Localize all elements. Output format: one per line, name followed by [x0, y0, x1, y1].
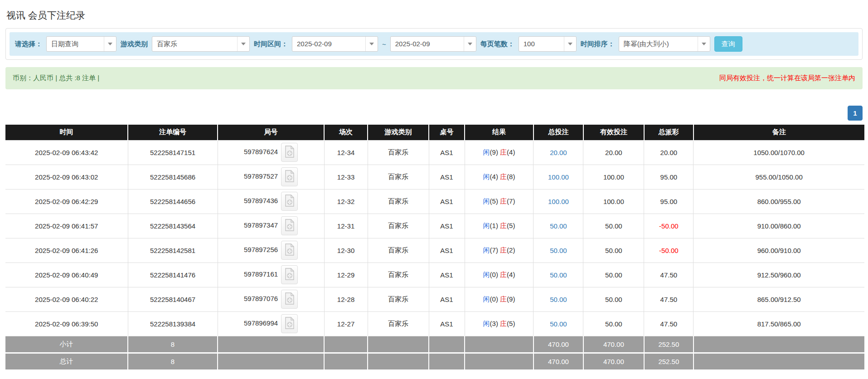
- video-file-icon: [285, 292, 295, 306]
- pagination: 1: [5, 106, 863, 121]
- cell-bet-id: 522258142581: [128, 238, 218, 262]
- bet-records-table: 时间 注单编号 局号 场次 游戏类别 桌号 结果 总投注 有效投注 总派彩 备注…: [5, 125, 864, 369]
- subtotal-valid-bet: 470.00: [583, 336, 644, 353]
- cell-game-type: 百家乐: [368, 165, 429, 189]
- query-type-dropdown[interactable]: 日期查询: [46, 36, 116, 52]
- subtotal-total-bet: 470.00: [533, 336, 583, 353]
- cell-total-bet: 50.00: [533, 214, 583, 238]
- video-replay-button[interactable]: [281, 314, 298, 333]
- cell-remark: 912.50/960.00: [693, 262, 864, 287]
- cell-total-bet: 50.00: [533, 311, 583, 336]
- total-bet-link[interactable]: 100.00: [548, 173, 569, 181]
- grand-total-row: 总计 8 470.00 470.00 252.50: [5, 353, 864, 369]
- select-type-label: 请选择：: [15, 40, 42, 49]
- cell-time: 2025-02-09 06:40:49: [5, 262, 128, 287]
- result-player: 闲: [483, 148, 490, 156]
- time-sort-label: 时间排序：: [581, 40, 615, 49]
- cell-round-id: 597897624: [218, 140, 324, 165]
- grand-total-payout: 252.50: [644, 353, 693, 369]
- header-bet-id: 注单编号: [128, 125, 218, 140]
- total-bet-link[interactable]: 100.00: [548, 198, 569, 205]
- video-file-icon: [285, 170, 295, 184]
- cell-session: 12-27: [324, 311, 368, 336]
- game-type-dropdown[interactable]: 百家乐: [152, 36, 250, 52]
- date-from-value: 2025-02-09: [292, 37, 365, 51]
- cell-game-type: 百家乐: [368, 287, 429, 311]
- cell-payout: 47.50: [644, 311, 693, 336]
- cell-result: 闲(3) 庄(5): [465, 311, 533, 336]
- video-replay-button[interactable]: [281, 143, 298, 162]
- cell-time: 2025-02-09 06:42:29: [5, 189, 128, 214]
- header-payout: 总派彩: [644, 125, 693, 140]
- game-type-value: 百家乐: [152, 37, 237, 51]
- cell-valid-bet: 50.00: [583, 287, 644, 311]
- date-from-picker[interactable]: 2025-02-09: [292, 36, 378, 52]
- cell-time: 2025-02-09 06:41:26: [5, 238, 128, 262]
- video-replay-button[interactable]: [281, 265, 298, 284]
- result-banker: 庄: [500, 197, 507, 205]
- cell-table-number: AS1: [429, 287, 465, 311]
- cell-valid-bet: 20.00: [583, 140, 644, 165]
- cell-session: 12-31: [324, 214, 368, 238]
- cell-valid-bet: 50.00: [583, 262, 644, 287]
- cell-payout: 95.00: [644, 165, 693, 189]
- cell-time: 2025-02-09 06:40:22: [5, 287, 128, 311]
- total-bet-link[interactable]: 50.00: [550, 222, 567, 230]
- cell-table-number: AS1: [429, 311, 465, 336]
- cell-result: 闲(0) 庄(9): [465, 287, 533, 311]
- total-bet-link[interactable]: 50.00: [550, 296, 567, 303]
- cell-total-bet: 100.00: [533, 165, 583, 189]
- query-type-value: 日期查询: [47, 37, 104, 51]
- cell-remark: 860.00/955.00: [693, 189, 864, 214]
- cell-round-id: 597897436: [218, 189, 324, 214]
- table-row: 2025-02-09 06:40:49 522258141476 5978971…: [5, 262, 864, 287]
- page-button-1[interactable]: 1: [848, 106, 863, 121]
- video-file-icon: [285, 146, 295, 159]
- cell-game-type: 百家乐: [368, 311, 429, 336]
- video-replay-button[interactable]: [281, 167, 298, 186]
- chevron-down-icon[interactable]: [104, 37, 116, 51]
- chevron-down-icon[interactable]: [564, 37, 576, 51]
- video-replay-button[interactable]: [281, 192, 298, 211]
- page-size-label: 每页笔数：: [480, 40, 514, 49]
- cell-round-id: 597897347: [218, 214, 324, 238]
- cell-session: 12-33: [324, 165, 368, 189]
- result-player: 闲: [483, 271, 490, 278]
- date-to-picker[interactable]: 2025-02-09: [390, 36, 476, 52]
- total-bet-link[interactable]: 50.00: [550, 271, 567, 279]
- currency-total-text: 币别：人民币 | 总共 :8 注单 |: [13, 74, 99, 83]
- total-bet-link[interactable]: 20.00: [550, 149, 567, 156]
- cell-remark: 865.00/912.50: [693, 287, 864, 311]
- time-sort-dropdown[interactable]: 降幂(由大到小): [619, 36, 710, 52]
- page-size-dropdown[interactable]: 100: [519, 36, 577, 52]
- search-button[interactable]: 查询: [714, 36, 742, 52]
- total-bet-link[interactable]: 50.00: [550, 247, 567, 254]
- table-row: 2025-02-09 06:41:57 522258143564 5978973…: [5, 214, 864, 238]
- chevron-down-icon[interactable]: [237, 37, 249, 51]
- cell-table-number: AS1: [429, 214, 465, 238]
- cell-remark: 955.00/1050.00: [693, 165, 864, 189]
- video-replay-button[interactable]: [281, 290, 298, 309]
- grand-total-valid-bet: 470.00: [583, 353, 644, 369]
- cell-bet-id: 522258140467: [128, 287, 218, 311]
- total-bet-link[interactable]: 50.00: [550, 320, 567, 328]
- cell-remark: 817.50/865.00: [693, 311, 864, 336]
- video-replay-button[interactable]: [281, 241, 298, 260]
- round-id-value: 597896994: [244, 319, 278, 327]
- video-replay-button[interactable]: [281, 216, 298, 235]
- video-file-icon: [285, 219, 295, 233]
- cell-result: 闲(5) 庄(7): [465, 189, 533, 214]
- table-row: 2025-02-09 06:40:22 522258140467 5978970…: [5, 287, 864, 311]
- cell-total-bet: 20.00: [533, 140, 583, 165]
- cell-valid-bet: 100.00: [583, 165, 644, 189]
- header-valid-bet: 有效投注: [583, 125, 644, 140]
- cell-round-id: 597897256: [218, 238, 324, 262]
- chevron-down-icon[interactable]: [698, 37, 710, 51]
- cell-total-bet: 100.00: [533, 189, 583, 214]
- chevron-down-icon[interactable]: [464, 37, 476, 51]
- chevron-down-icon[interactable]: [365, 37, 378, 51]
- result-player: 闲: [483, 173, 490, 180]
- result-banker: 庄: [500, 148, 507, 156]
- cell-payout: 47.50: [644, 262, 693, 287]
- cell-session: 12-32: [324, 189, 368, 214]
